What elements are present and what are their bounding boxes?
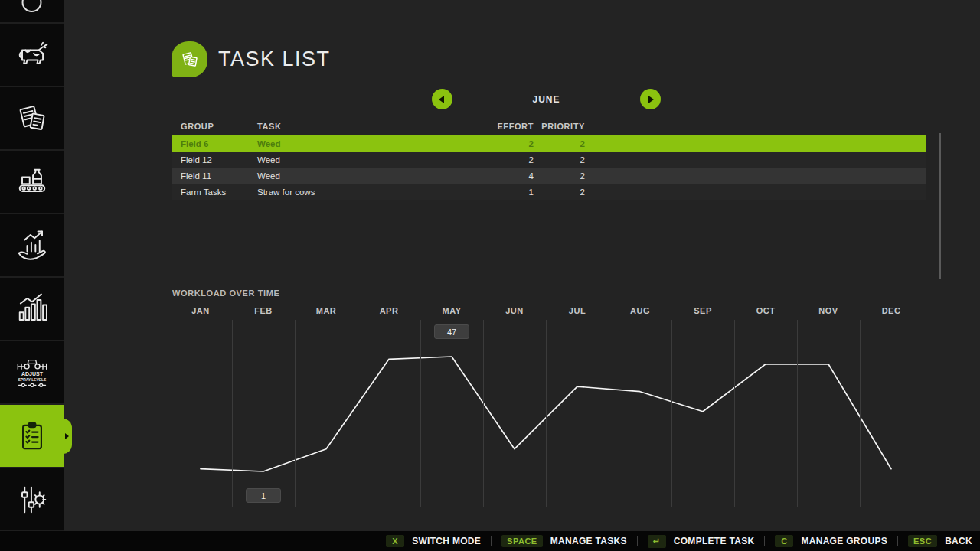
sidebar-item-production[interactable] <box>0 151 64 213</box>
chart-month-label: JAN <box>178 306 224 315</box>
table-scrollbar[interactable] <box>939 133 941 279</box>
chart-gridline <box>483 320 484 507</box>
next-month-button[interactable] <box>640 89 661 109</box>
chart-month-label: AUG <box>617 306 663 315</box>
statistics-icon <box>12 289 52 329</box>
chart-month-label: SEP <box>680 306 726 315</box>
cell-group: Farm Tasks <box>172 187 249 197</box>
cell-group: Field 11 <box>172 171 249 181</box>
page-title: TASK LIST <box>218 47 331 71</box>
chart-title: WORKLOAD OVER TIME <box>172 289 279 298</box>
active-tab-arrow-icon <box>65 433 69 439</box>
chart-gridline <box>420 320 421 507</box>
hint-complete-task: ↵ COMPLETE TASK <box>648 535 755 548</box>
current-month-label: JUNE <box>498 94 595 105</box>
prev-month-button[interactable] <box>432 89 452 109</box>
sidebar-item-finances[interactable] <box>0 214 64 276</box>
chart-gridline <box>546 320 547 507</box>
task-table: GROUP TASK EFFORT PRIORITY Field 6 Weed … <box>172 119 926 200</box>
table-body: Field 6 Weed 2 2 Field 12 Weed 2 2 Field… <box>172 135 926 200</box>
table-row[interactable]: Farm Tasks Straw for cows 1 2 <box>172 184 926 200</box>
cell-group: Field 6 <box>172 139 249 148</box>
workload-line <box>201 357 891 471</box>
chart-callout: 47 <box>434 324 469 339</box>
hint-label: MANAGE TASKS <box>550 536 627 546</box>
chart-callout: 1 <box>246 488 281 503</box>
hotbar-divider <box>491 536 492 546</box>
column-header-effort: EFFORT <box>440 122 534 131</box>
production-icon <box>12 162 52 202</box>
cell-task: Weed <box>249 155 440 165</box>
column-header-task: TASK <box>249 122 440 131</box>
chart-gridline <box>232 320 233 507</box>
table-row-selected[interactable]: Field 6 Weed 2 2 <box>172 135 926 152</box>
sidebar-item-spray-levels[interactable]: ADJUST SPRAY LEVELS <box>0 341 64 403</box>
chart-month-label: APR <box>366 306 412 315</box>
documents-badge-icon <box>178 48 201 71</box>
sidebar-item-top[interactable] <box>0 0 64 22</box>
table-row[interactable]: Field 11 Weed 4 2 <box>172 168 926 184</box>
sidebar-item-tasklist[interactable] <box>0 405 64 467</box>
hint-label: MANAGE GROUPS <box>801 536 887 546</box>
chart-month-label: MAR <box>303 306 349 315</box>
hotbar-divider <box>637 536 638 546</box>
sidebar: ADJUST SPRAY LEVELS <box>0 0 64 531</box>
chart-month-label: NOV <box>805 306 851 315</box>
hotbar-divider <box>897 536 898 546</box>
hint-manage-groups: C MANAGE GROUPS <box>775 535 887 547</box>
tuning-icon <box>12 480 52 520</box>
hotbar-divider <box>764 536 765 546</box>
svg-text:SPRAY LEVELS: SPRAY LEVELS <box>18 378 46 382</box>
cell-task: Weed <box>249 139 440 148</box>
tasklist-icon <box>12 416 52 456</box>
chart-month-label: MAY <box>429 306 475 315</box>
cell-priority: 2 <box>534 187 585 197</box>
arrow-right-icon <box>648 96 654 103</box>
arrow-left-icon <box>439 96 444 103</box>
cell-effort: 2 <box>440 139 534 148</box>
key-c: C <box>775 535 793 547</box>
chart-gridline <box>860 320 861 507</box>
sidebar-item-statistics[interactable] <box>0 278 64 340</box>
chart-gridline <box>295 320 296 507</box>
hotkey-bar: X SWITCH MODE SPACE MANAGE TASKS ↵ COMPL… <box>0 531 980 551</box>
column-header-group: GROUP <box>172 122 249 131</box>
hand-growth-icon <box>12 226 52 266</box>
chart-gridline <box>609 320 609 507</box>
chart-line-svg <box>0 0 980 551</box>
page-header: TASK LIST <box>172 41 331 77</box>
cell-effort: 2 <box>440 155 534 165</box>
chart-gridline <box>734 320 735 507</box>
chart-month-label: JUL <box>554 306 600 315</box>
chart-gridline <box>671 320 672 507</box>
cell-priority: 2 <box>534 171 585 181</box>
sidebar-item-tuning[interactable] <box>0 468 64 530</box>
svg-text:ADJUST: ADJUST <box>21 371 43 377</box>
table-row[interactable]: Field 12 Weed 2 2 <box>172 152 926 168</box>
chart-gridline <box>358 320 358 507</box>
chart-month-label: OCT <box>743 306 789 315</box>
table-header-row: GROUP TASK EFFORT PRIORITY <box>172 119 926 132</box>
cell-priority: 2 <box>534 139 585 148</box>
chart-month-label: FEB <box>240 306 286 315</box>
chart-month-label: JUN <box>492 306 537 315</box>
tasklist-badge <box>172 41 207 77</box>
key-esc: ESC <box>908 535 937 547</box>
cell-effort: 1 <box>440 187 534 197</box>
hint-label: COMPLETE TASK <box>674 536 755 546</box>
cell-task: Weed <box>249 171 440 181</box>
chart-gridline <box>923 320 923 507</box>
chart-gridline <box>797 320 798 507</box>
key-x: X <box>386 535 404 547</box>
sidebar-item-animals[interactable] <box>0 24 64 86</box>
circle-icon <box>0 0 64 22</box>
task-list-screen: ADJUST SPRAY LEVELS <box>0 0 980 551</box>
cell-priority: 2 <box>534 155 585 165</box>
chart-month-label: DEC <box>868 306 914 315</box>
spray-levels-icon: ADJUST SPRAY LEVELS <box>11 351 54 394</box>
cell-effort: 4 <box>440 171 534 181</box>
key-space: SPACE <box>501 535 543 547</box>
enter-key-icon: ↵ <box>648 535 666 548</box>
hint-label: BACK <box>945 536 972 546</box>
cell-group: Field 12 <box>172 155 249 165</box>
